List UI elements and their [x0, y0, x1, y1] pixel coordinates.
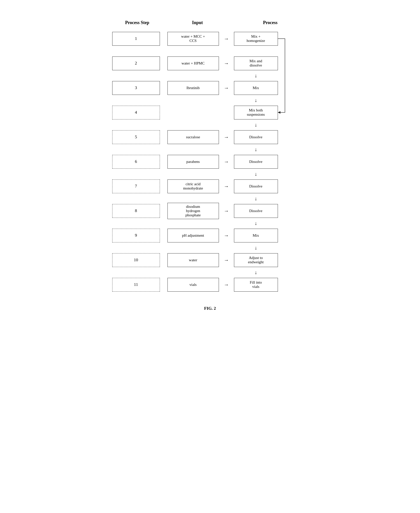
column-headers: Process Step Input Process [112, 20, 308, 25]
process-box-8: Dissolve [234, 204, 278, 218]
down-arrow-7: ↓ [234, 195, 278, 202]
process-box-5: Dissolve [234, 130, 278, 144]
down-arrow-4: ↓ [234, 121, 278, 128]
process-box-7: Dissolve [234, 179, 278, 193]
flow-row-5: 5 sucralose → Dissolve [112, 128, 308, 146]
flow-row-2: 2 water + HPMC → Mix anddissolve [112, 54, 308, 72]
down-arrow-after-8: ↓ [112, 220, 308, 227]
header-input: Input [170, 20, 225, 25]
down-arrow-after-3: ↓ [112, 97, 308, 104]
step-box-10: 10 [112, 253, 160, 267]
flow-row-7: 7 citric acidmonohydrate → Dissolve [112, 177, 308, 195]
step-box-2: 2 [112, 56, 160, 70]
down-arrow-9: ↓ [234, 244, 278, 251]
flow-row-3: 3 Ibrutinib → Mix [112, 79, 308, 97]
flow-table: 1 water + MCC +CCS → Mix +homogenize 2 w… [112, 30, 308, 293]
step-box-3: 3 [112, 81, 160, 95]
input-box-6: parabens [167, 155, 219, 169]
step-box-1: 1 [112, 32, 160, 46]
flow-row-8: 8 disodiumhydrogenphosphate → Dissolve [112, 202, 308, 220]
arrow-11: → [219, 282, 234, 288]
process-box-4: Mix bothsuspensions [234, 106, 278, 119]
connector-space-1 [234, 47, 278, 54]
flow-row-1: 1 water + MCC +CCS → Mix +homogenize [112, 30, 308, 47]
down-arrow-after-1 [112, 47, 308, 54]
arrow-9: → [219, 233, 234, 238]
arrow-1: → [219, 36, 234, 42]
arrow-2: → [219, 60, 234, 66]
process-box-1: Mix +homogenize [234, 32, 278, 46]
down-arrow-after-5: ↓ [112, 146, 308, 153]
step-box-7: 7 [112, 179, 160, 193]
flow-row-11: 11 vials → Fill intovials [112, 276, 308, 293]
down-arrow-10: ↓ [234, 269, 278, 276]
diagram: 1 water + MCC +CCS → Mix +homogenize 2 w… [112, 30, 308, 293]
header-process-step: Process Step [112, 20, 162, 25]
input-box-9: pH adjustment [167, 229, 219, 242]
flow-row-10: 10 water → Adjust toendweight [112, 251, 308, 269]
flow-row-6: 6 parabens → Dissolve [112, 153, 308, 170]
down-arrow-after-2: ↓ [112, 72, 308, 79]
arrow-7: → [219, 183, 234, 189]
figure-caption: FIG. 2 [112, 306, 308, 311]
process-box-2: Mix anddissolve [234, 56, 278, 70]
down-arrow-5: ↓ [234, 146, 278, 153]
input-box-7: citric acidmonohydrate [167, 179, 219, 193]
input-box-8: disodiumhydrogenphosphate [167, 203, 219, 219]
input-box-11: vials [167, 278, 219, 292]
arrow-10: → [219, 257, 234, 263]
step-box-6: 6 [112, 155, 160, 169]
step-box-8: 8 [112, 204, 160, 218]
process-box-11: Fill intovials [234, 278, 278, 292]
down-arrow-after-7: ↓ [112, 195, 308, 202]
flow-row-4: 4 Mix bothsuspensions [112, 104, 308, 121]
step-box-5: 5 [112, 130, 160, 144]
input-box-1: water + MCC +CCS [167, 32, 219, 46]
arrow-8: → [219, 208, 234, 214]
down-arrow-6: ↓ [234, 170, 278, 177]
down-arrow-8: ↓ [234, 220, 278, 227]
down-arrow-3: ↓ [234, 97, 278, 104]
input-box-10: water [167, 253, 219, 267]
input-box-3: Ibrutinib [167, 81, 219, 95]
down-arrow-after-9: ↓ [112, 244, 308, 251]
down-arrow-after-10: ↓ [112, 269, 308, 276]
page: Process Step Input Process 1 water + MCC… [97, 10, 323, 326]
arrow-5: → [219, 134, 234, 140]
arrow-3: → [219, 85, 234, 91]
process-box-9: Mix [234, 229, 278, 242]
down-arrow-after-6: ↓ [112, 170, 308, 177]
input-box-5: sucralose [167, 130, 219, 144]
input-box-2: water + HPMC [167, 56, 219, 70]
arrow-6: → [219, 159, 234, 165]
process-box-3: Mix [234, 81, 278, 95]
header-process: Process [245, 20, 295, 25]
flow-row-9: 9 pH adjustment → Mix [112, 227, 308, 244]
down-arrow-2: ↓ [234, 72, 278, 79]
step-box-4: 4 [112, 106, 160, 119]
process-box-6: Dissolve [234, 155, 278, 169]
step-box-11: 11 [112, 278, 160, 292]
step-box-9: 9 [112, 229, 160, 242]
process-box-10: Adjust toendweight [234, 253, 278, 267]
down-arrow-after-4: ↓ [112, 121, 308, 128]
